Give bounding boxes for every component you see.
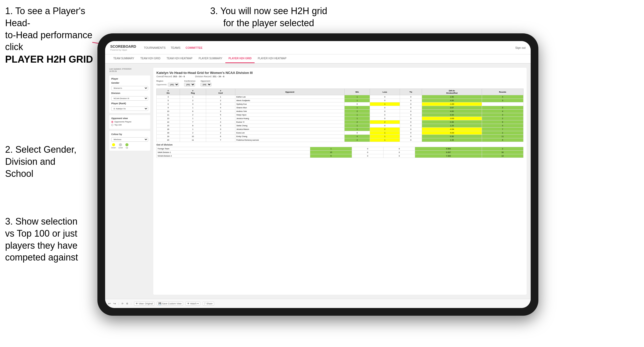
subnav-team-h2h-grid[interactable]: TEAM H2H GRID — [137, 54, 164, 63]
th-diff: Diff AvStrokes/Rnd — [422, 89, 482, 95]
main-content: Last Updated: 27/03/2024 16:55:28 Player… — [105, 64, 531, 299]
table-row: 2 — [344, 138, 370, 142]
table-row: Alexis Sudjianto — [235, 99, 345, 102]
logo-sub: Powered by clippd — [110, 49, 136, 51]
subnav-team-summary[interactable]: TEAM SUMMARY — [110, 54, 137, 63]
table-row: Sharon Mun — [235, 106, 345, 110]
last-updated-text: Last Updated: 27/03/2024 — [109, 68, 150, 70]
table-row: 2 — [370, 128, 400, 131]
opponent-view-section: Opponent view Opponents Played Top 100 — [109, 115, 150, 129]
table-row: 19 — [157, 135, 180, 138]
legend-up: Up — [125, 143, 128, 149]
instruction-bottom-left: 3. Show selection vs Top 100 or just pla… — [5, 216, 78, 264]
instruction-top-left: 1. To see a Player's Head- to-Head perfo… — [5, 5, 103, 66]
table-row: 0 — [400, 106, 422, 110]
table-row: 1 — [180, 128, 206, 131]
region-select[interactable]: (All) — [168, 83, 179, 86]
logo-area: SCOREBOARD Powered by clippd — [110, 44, 136, 51]
gender-select[interactable]: Women's — [111, 86, 148, 90]
radio-top100[interactable]: Top 100 — [111, 124, 148, 126]
table-row: 5 — [310, 154, 352, 158]
table-row: 6 — [482, 138, 523, 142]
division-label: Division — [111, 92, 148, 94]
view-icon: 👁 — [136, 302, 138, 305]
table-row: 0 — [400, 131, 422, 135]
opponent-filter-select[interactable]: (All) — [200, 83, 212, 86]
division-record-value: 331 - 34 - 6 — [213, 75, 224, 78]
th-loss: Loss — [370, 89, 400, 95]
table-row: 0 — [400, 120, 422, 124]
table-row: Eunice Yi — [235, 120, 345, 124]
table-row: 0 — [370, 117, 400, 120]
table-row: 13 — [157, 117, 180, 120]
save-custom-btn[interactable]: 💾 Save Custom View — [157, 302, 183, 306]
table-row: 2 — [206, 99, 235, 102]
redo-btn[interactable]: ↪ — [113, 302, 116, 305]
table-row: -3.00 — [422, 117, 482, 120]
table-row: 14 — [157, 120, 180, 124]
legend-level: Level — [118, 143, 123, 149]
player-rank-select[interactable]: 8. Katelyn Vo — [111, 107, 148, 111]
settings-btn[interactable]: ⚙ — [126, 302, 128, 305]
out-of-div-table: Foreign Team 1 0 0 4.500 2 NAIA Division… — [156, 147, 524, 158]
opponents-row: Opponents: (All) — [156, 83, 179, 86]
radio-opponents-played[interactable]: Opponents Played — [111, 121, 148, 123]
overall-record-label: Overall Record: — [156, 75, 173, 78]
table-row: -5.00 — [422, 131, 482, 135]
table-row: Sydney Kuo — [235, 102, 345, 106]
conference-select[interactable]: (All) — [184, 83, 195, 86]
division-record: Division Record: 331 - 34 - 6 — [195, 75, 224, 78]
table-row: 1 — [310, 147, 352, 151]
table-row: 0 — [400, 95, 422, 99]
subnav-team-h2h-heatmap[interactable]: TEAM H2H HEATMAP — [164, 54, 196, 63]
colour-by-select[interactable]: Win/loss — [111, 137, 148, 142]
table-row: 20 — [157, 138, 180, 142]
reset-btn[interactable]: ⟳ — [122, 302, 124, 305]
table-row: 0 — [370, 95, 400, 99]
table-row: Esther Lee — [235, 95, 345, 99]
table-row: 1 — [370, 102, 400, 106]
share-label: Share — [206, 302, 213, 305]
table-row: 10 — [157, 110, 180, 113]
sub-nav: TEAM SUMMARY TEAM H2H GRID TEAM H2H HEAT… — [105, 54, 531, 64]
instruction-mid-left: 2. Select Gender, Division and School — [5, 144, 76, 180]
table-row: 4 — [344, 135, 370, 138]
table-row — [482, 102, 523, 106]
table-row: 1 — [180, 117, 206, 120]
table-row: 11 — [482, 135, 523, 138]
share-btn[interactable]: ⤴ Share — [203, 302, 214, 306]
logo-text: SCOREBOARD — [110, 44, 136, 49]
subnav-player-h2h-heatmap[interactable]: PLAYER H2H HEATMAP — [255, 54, 289, 63]
table-row: 0 — [352, 151, 383, 154]
nav-tournaments[interactable]: TOURNAMENTS — [144, 46, 166, 50]
th-win: Win — [344, 89, 370, 95]
share-icon: ⤴ — [204, 302, 206, 305]
table-row: 1 — [344, 117, 370, 120]
table-row: Euna Lee — [235, 131, 345, 135]
right-content: Katelyn Vo Head-to-Head Grid for Women's… — [153, 68, 527, 295]
undo-btn[interactable]: ↩ — [108, 302, 111, 305]
table-row: 0 — [384, 151, 415, 154]
inst-ml-2: Division and — [5, 156, 55, 167]
sign-out-link[interactable]: Sign out — [515, 46, 526, 49]
table-row: 0 — [370, 99, 400, 102]
division-select[interactable]: NCAA Division III — [111, 96, 148, 101]
table-row: 0 — [370, 124, 400, 128]
table-row: NAIA Division 1 — [157, 151, 310, 154]
table-row: Stella Cheng — [235, 124, 345, 128]
table-row: 0 — [400, 124, 422, 128]
nav-teams[interactable]: TEAMS — [171, 46, 180, 50]
overall-record-value: 353 - 34 - 6 — [173, 75, 185, 78]
watch-btn[interactable]: 👁 Watch ▾ — [186, 302, 200, 306]
table-row: 5 — [157, 99, 180, 102]
legend-up-label: Up — [126, 147, 128, 149]
legend-down-dot — [112, 143, 115, 146]
inst-ml-3: School — [5, 168, 33, 179]
nav-committee[interactable]: COMMITTEE — [186, 46, 203, 50]
subnav-player-summary[interactable]: PLAYER SUMMARY — [196, 54, 225, 63]
subnav-player-h2h-grid[interactable]: PLAYER H2H GRID — [225, 54, 255, 63]
view-original-btn[interactable]: 👁 View: Original — [134, 302, 154, 306]
conference-filter-group: Conference (All) — [184, 80, 195, 86]
table-row: 15 — [310, 151, 352, 154]
table-row: 0 — [352, 154, 383, 158]
